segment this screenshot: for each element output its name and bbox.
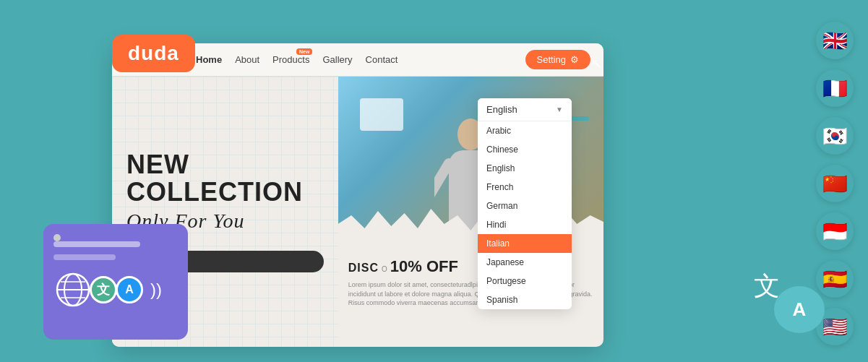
dropdown-item-english[interactable]: English [478, 159, 572, 178]
flags-column: 🇬🇧 🇫🇷 🇰🇷 🇨🇳 🇮🇩 🇪🇸 🇺🇸 [816, 22, 854, 345]
china-flag[interactable]: 🇨🇳 [816, 165, 854, 202]
translate-chinese-icon: 文 [754, 269, 780, 304]
dropdown-item-german[interactable]: German [478, 197, 572, 215]
discount-percent: 10% OFF [390, 257, 458, 276]
dropdown-item-arabic[interactable]: Arabic [478, 121, 572, 140]
dropdown-item-spanish[interactable]: Spanish [478, 290, 572, 309]
widget-bar2 [53, 254, 116, 260]
setting-button[interactable]: Setting ⚙ ↖ [525, 50, 590, 69]
logo-text: duda [128, 42, 179, 64]
translate-badge-green: 文 [90, 276, 117, 303]
nav-contact[interactable]: Contact [366, 54, 398, 65]
cursor-icon: ↖ [591, 56, 602, 72]
dropdown-item-chinese[interactable]: Chinese [478, 140, 572, 159]
nav-gallery[interactable]: Gallery [322, 54, 352, 65]
widget-bar1 [53, 241, 140, 247]
nav-products[interactable]: Products [272, 54, 309, 65]
dropdown-item-french[interactable]: French [478, 178, 572, 197]
dropdown-item-italian[interactable]: Italian [478, 234, 572, 253]
dropdown-selected-label: English [486, 104, 517, 115]
translate-bubble-small: A [774, 286, 825, 333]
uk-flag[interactable]: 🇬🇧 [816, 22, 854, 59]
nav-about[interactable]: About [235, 54, 259, 65]
dropdown-header[interactable]: English ▼ [478, 98, 572, 121]
dropdown-item-hindi[interactable]: Hindi [478, 215, 572, 234]
headline: NEW COLLECTION Only For You [126, 151, 324, 233]
translate-a-icon: A [793, 298, 807, 321]
gear-icon: ⚙ [570, 54, 579, 65]
duda-logo: duda [112, 35, 195, 72]
discount-title: DISC [348, 262, 379, 275]
sound-wave-icon: )) [150, 280, 162, 300]
indonesia-flag[interactable]: 🇮🇩 [816, 212, 854, 250]
svg-line-7 [434, 163, 449, 199]
left-widget: 文 A )) [43, 224, 188, 340]
dropdown-arrow-icon: ▼ [556, 105, 563, 113]
translate-bubble-main: 文 A [731, 254, 803, 319]
translate-icon-wrap: 文 A [731, 254, 803, 319]
widget-dot [53, 234, 61, 241]
dropdown-item-portugese[interactable]: Portugese [478, 272, 572, 290]
globe-icon [53, 270, 93, 309]
photo-white-square [360, 98, 403, 131]
nav-home[interactable]: Home [196, 54, 222, 65]
headline-line1: NEW [126, 151, 324, 178]
nav-products-wrap[interactable]: Products New [272, 54, 309, 65]
nav-links: Home About Products New Gallery Contact [196, 54, 398, 65]
language-dropdown[interactable]: English ▼ Arabic Chinese English French … [478, 98, 572, 309]
nav-products-badge: New [296, 48, 312, 55]
translate-badge-blue: A [116, 276, 143, 303]
widget-icons: 文 A )) [53, 270, 178, 309]
setting-button-label: Setting [537, 54, 566, 65]
korea-flag[interactable]: 🇰🇷 [816, 117, 854, 155]
france-flag[interactable]: 🇫🇷 [816, 69, 854, 107]
headline-line2: COLLECTION [126, 178, 324, 206]
spain-flag[interactable]: 🇪🇸 [816, 260, 854, 298]
dropdown-item-japanese[interactable]: Japanese [478, 253, 572, 272]
